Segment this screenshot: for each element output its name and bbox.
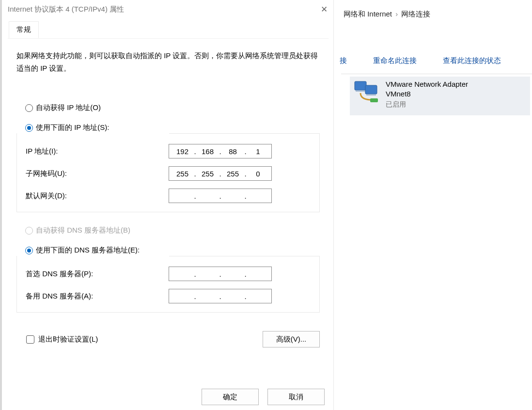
ip-oct-2[interactable]: 168 (198, 147, 218, 156)
ip-oct-4[interactable]: 1 (248, 147, 268, 156)
mask-oct-1[interactable]: 255 (172, 170, 193, 178)
radio-use-dns-row[interactable]: 使用下面的 DNS 服务器地址(E): (16, 246, 320, 255)
svg-rect-2 (365, 85, 377, 94)
svg-rect-0 (355, 81, 366, 90)
dns1-label: 首选 DNS 服务器(P): (26, 269, 169, 279)
radio-auto-ip-label: 自动获得 IP 地址(O) (36, 103, 101, 112)
ip-oct-3[interactable]: 88 (223, 147, 243, 156)
toolbar-link-partial[interactable]: 接 (340, 56, 347, 65)
gateway-row: 默认网关(D): . . . (26, 189, 311, 203)
dialog-title: Internet 协议版本 4 (TCP/IPv4) 属性 (8, 5, 124, 14)
svg-rect-3 (366, 94, 376, 95)
mask-oct-2[interactable]: 255 (198, 170, 218, 178)
ok-button[interactable]: 确定 (202, 389, 259, 405)
breadcrumb: 网络和 Internet › 网络连接 (344, 10, 430, 19)
tab-general[interactable]: 常规 (9, 21, 39, 38)
dialog-content: 如果网络支持此功能，则可以获取自动指派的 IP 设置。否则，你需要从网络系统管理… (3, 39, 333, 347)
mask-oct-4[interactable]: 0 (248, 170, 268, 178)
validate-on-exit-row[interactable]: 退出时验证设置(L) (26, 335, 98, 344)
tab-strip: 常规 (8, 21, 329, 39)
radio-auto-dns-row: 自动获得 DNS 服务器地址(B) (16, 226, 320, 235)
radio-auto-ip-row[interactable]: 自动获得 IP 地址(O) (16, 103, 320, 112)
close-icon[interactable]: ✕ (319, 4, 329, 15)
gateway-input[interactable]: . . . (169, 189, 272, 203)
radio-use-ip-label: 使用下面的 IP 地址(S): (36, 123, 109, 132)
adapter-text: VMware Network Adapter VMnet8 已启用 (386, 79, 468, 109)
radio-auto-dns-label: 自动获得 DNS 服务器地址(B) (36, 226, 130, 235)
dns1-input[interactable]: . . . (169, 267, 272, 281)
toolbar-link-rename[interactable]: 重命名此连接 (373, 56, 417, 65)
dialog-titlebar: Internet 协议版本 4 (TCP/IPv4) 属性 ✕ (3, 0, 333, 18)
adapter-status: 已启用 (386, 100, 468, 109)
toolbar-link-status[interactable]: 查看此连接的状态 (443, 56, 501, 65)
subnet-mask-input[interactable]: 255. 255. 255. 0 (169, 166, 272, 181)
radio-use-dns[interactable] (25, 247, 33, 254)
dns2-input[interactable]: . . . (169, 289, 272, 303)
toolbar-links: 接 重命名此连接 查看此连接的状态 (340, 56, 501, 65)
breadcrumb-part-connections[interactable]: 网络连接 (401, 10, 430, 18)
toolbar-separator (341, 74, 532, 74)
adapter-title-line2: VMnet8 (386, 89, 468, 99)
adapter-item-vmnet8[interactable]: VMware Network Adapter VMnet8 已启用 (350, 77, 530, 115)
mask-oct-3[interactable]: 255 (223, 170, 243, 178)
breadcrumb-part-network[interactable]: 网络和 Internet (344, 10, 392, 18)
ipv4-properties-dialog: Internet 协议版本 4 (TCP/IPv4) 属性 ✕ 常规 如果网络支… (3, 0, 334, 410)
subnet-mask-row: 子网掩码(U): 255. 255. 255. 0 (26, 166, 311, 181)
adapter-title-line1: VMware Network Adapter (386, 79, 468, 89)
radio-use-dns-label: 使用下面的 DNS 服务器地址(E): (36, 246, 140, 255)
ip-address-input[interactable]: 192. 168. 88. 1 (169, 144, 272, 158)
ip-oct-1[interactable]: 192 (172, 147, 193, 156)
dns1-row: 首选 DNS 服务器(P): . . . (26, 267, 311, 281)
radio-auto-dns (25, 227, 33, 235)
validate-checkbox[interactable] (26, 335, 34, 344)
radio-auto-ip[interactable] (25, 104, 33, 112)
svg-rect-4 (370, 98, 378, 102)
dns-group: 首选 DNS 服务器(P): . . . 备用 DNS 服务器(A): . . (16, 256, 320, 313)
ip-address-label: IP 地址(I): (26, 147, 169, 156)
advanced-button[interactable]: 高级(V)... (263, 331, 320, 347)
gateway-label: 默认网关(D): (26, 191, 169, 201)
radio-use-ip[interactable] (25, 124, 33, 132)
dns2-row: 备用 DNS 服务器(A): . . . (26, 289, 311, 303)
chevron-right-icon: › (394, 10, 399, 18)
svg-rect-1 (356, 90, 365, 92)
subnet-mask-label: 子网掩码(U): (26, 169, 169, 178)
dns2-label: 备用 DNS 服务器(A): (26, 292, 169, 301)
description-text: 如果网络支持此功能，则可以获取自动指派的 IP 设置。否则，你需要从网络系统管理… (16, 49, 320, 74)
dialog-buttons: 确定 取消 (202, 389, 325, 405)
network-adapter-icon (353, 79, 382, 108)
ip-group: IP 地址(I): 192. 168. 88. 1 子网掩码(U): 255. … (16, 133, 320, 212)
ip-address-row: IP 地址(I): 192. 168. 88. 1 (26, 144, 311, 158)
radio-use-ip-row[interactable]: 使用下面的 IP 地址(S): (16, 123, 320, 132)
cancel-button[interactable]: 取消 (267, 389, 325, 405)
validate-label: 退出时验证设置(L) (38, 335, 98, 344)
